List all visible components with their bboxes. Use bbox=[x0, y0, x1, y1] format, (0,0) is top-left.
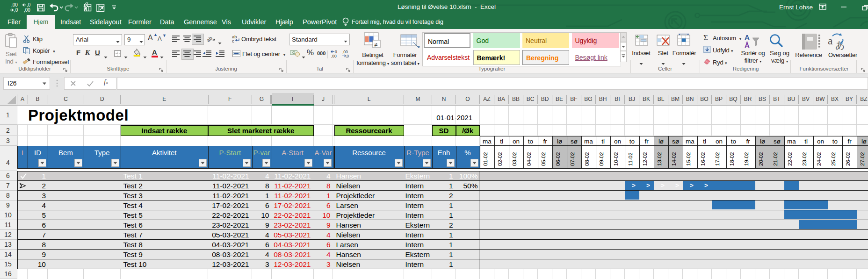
svg-text:A: A bbox=[745, 33, 750, 41]
svg-text:ab: ab bbox=[207, 35, 213, 43]
svg-text:,0: ,0 bbox=[346, 54, 349, 58]
svg-text:,0: ,0 bbox=[27, 2, 31, 7]
svg-text:あ: あ bbox=[835, 40, 845, 50]
svg-text:,00: ,00 bbox=[331, 54, 337, 58]
svg-text:,00: ,00 bbox=[24, 7, 30, 13]
svg-text:,00: ,00 bbox=[11, 2, 18, 7]
svg-text:,0: ,0 bbox=[14, 7, 18, 13]
svg-text:c: c bbox=[232, 38, 234, 43]
svg-text:Å: Å bbox=[745, 41, 750, 49]
svg-text:≠: ≠ bbox=[374, 41, 377, 48]
svg-text:a: a bbox=[828, 35, 833, 47]
